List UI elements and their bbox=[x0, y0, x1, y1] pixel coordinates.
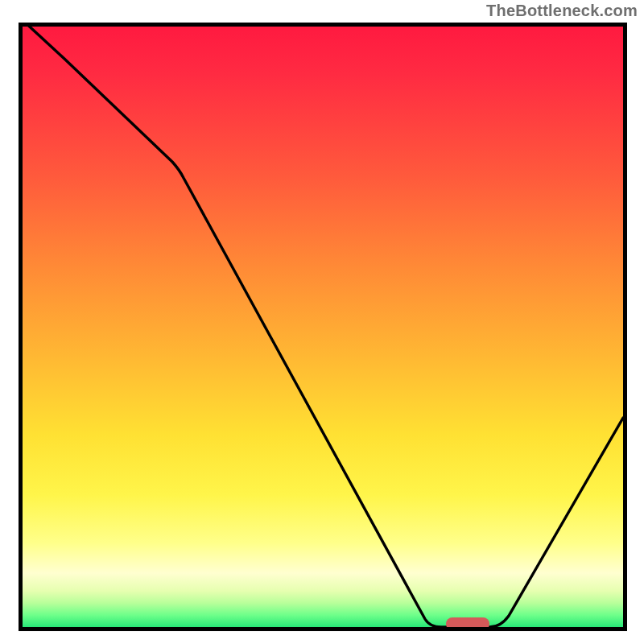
bottleneck-curve bbox=[23, 27, 623, 627]
chart-frame: TheBottleneck.com bbox=[0, 0, 644, 644]
curve-path bbox=[23, 27, 623, 627]
plot-area bbox=[19, 23, 627, 631]
attribution-text: TheBottleneck.com bbox=[486, 2, 638, 20]
balance-marker bbox=[446, 617, 489, 630]
